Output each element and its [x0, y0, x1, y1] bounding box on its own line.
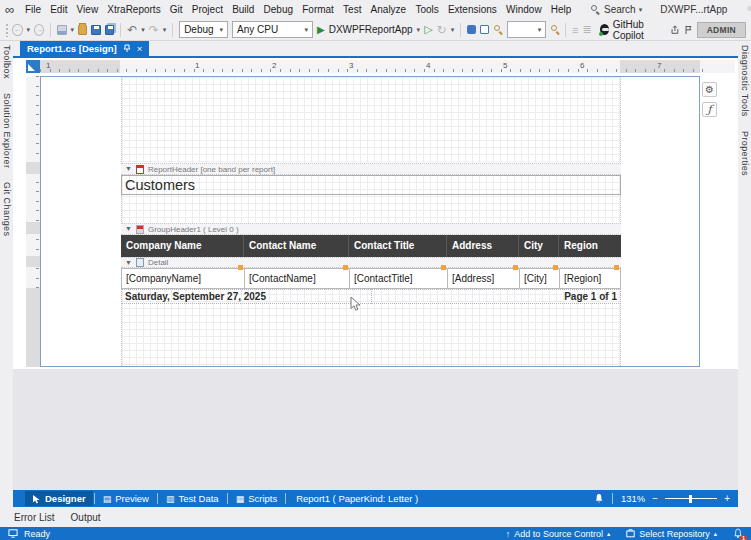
zoom-out-button[interactable]: − — [652, 494, 658, 504]
collapse-arrow-icon[interactable]: ▼ — [125, 225, 132, 233]
tab-error-list[interactable]: Error List — [8, 510, 61, 525]
save-all-icon[interactable] — [105, 25, 114, 35]
collapse-arrow-icon[interactable]: ▼ — [125, 165, 132, 173]
menu-edit[interactable]: Edit — [46, 4, 72, 15]
start-without-debugging-icon[interactable]: ▷ — [424, 23, 432, 36]
find-combo[interactable]: ▾ — [507, 21, 547, 38]
close-tab-icon[interactable]: × — [137, 43, 143, 54]
chevron-down-icon[interactable]: ▾ — [451, 26, 455, 34]
field-cell-contacttitle[interactable]: [ContactTitle] — [350, 269, 448, 288]
column-header-region[interactable]: Region — [559, 235, 621, 257]
smart-tag-icon[interactable] — [513, 265, 518, 270]
pin-icon[interactable] — [123, 44, 131, 53]
solution-configuration-select[interactable]: Debug ▾ — [179, 21, 228, 38]
chevron-down-icon[interactable]: ▾ — [141, 26, 145, 34]
share-icon[interactable] — [670, 24, 680, 36]
smart-tag-icon[interactable] — [614, 265, 619, 270]
menu-view[interactable]: View — [72, 4, 103, 15]
sidebar-item-diagnostic-tools[interactable]: Diagnostic Tools — [740, 45, 750, 117]
expressions-button[interactable]: ƒ — [702, 102, 717, 117]
report-page[interactable]: ▼ ReportHeader [one band per report] Cus… — [40, 76, 700, 367]
solution-platform-select[interactable]: Any CPU ▾ — [232, 21, 313, 38]
column-header-contact-name[interactable]: Contact Name — [244, 235, 349, 257]
zoom-in-button[interactable]: + — [724, 494, 730, 504]
chevron-down-icon[interactable]: ▾ — [163, 26, 167, 34]
tab-output[interactable]: Output — [65, 510, 107, 525]
redo-icon[interactable]: ↷ — [149, 24, 159, 36]
footer-page-info-label[interactable]: Page 1 of 1 — [371, 289, 621, 304]
menu-git[interactable]: Git — [165, 4, 187, 15]
chevron-down-icon[interactable]: ▾ — [71, 26, 75, 34]
smart-tag-icon[interactable] — [441, 265, 446, 270]
tab-test-data[interactable]: ▥ Test Data — [159, 491, 226, 506]
sidebar-item-solution-explorer[interactable]: Solution Explorer — [2, 93, 12, 168]
find-in-files-icon[interactable] — [493, 24, 502, 35]
open-folder-icon[interactable] — [78, 25, 87, 35]
footer-date-label[interactable]: Saturday, September 27, 2025 — [121, 289, 371, 304]
browser-link-icon[interactable] — [480, 25, 489, 34]
menu-test[interactable]: Test — [338, 4, 366, 15]
report-title-label[interactable]: Customers — [121, 175, 621, 195]
field-cell-address[interactable]: [Address] — [448, 269, 520, 288]
field-cell-region[interactable]: [Region] — [560, 269, 620, 288]
menu-analyze[interactable]: Analyze — [366, 4, 411, 15]
select-repository-button[interactable]: Select Repository ▴ — [626, 529, 717, 539]
field-cell-companyname[interactable]: [CompanyName] — [122, 269, 245, 288]
add-to-source-control-button[interactable]: ↑ Add to Source Control ▴ — [506, 529, 610, 539]
smart-tag-icon[interactable] — [238, 265, 243, 270]
align-tops-icon[interactable]: ≣ — [583, 23, 592, 36]
menu-window[interactable]: Window — [501, 4, 546, 15]
save-icon[interactable] — [91, 25, 100, 35]
zoom-slider[interactable] — [665, 498, 717, 499]
group-header-band-bar[interactable]: ▼ GroupHeader1 ( Level 0 ) — [121, 223, 621, 235]
sidebar-item-properties[interactable]: Properties — [740, 131, 750, 176]
tab-report1-design[interactable]: Report1.cs [Design] × — [20, 41, 149, 56]
notifications-button[interactable] — [594, 493, 604, 504]
report-header-band-bar[interactable]: ▼ ReportHeader [one band per report] — [121, 163, 621, 175]
field-cell-contactname[interactable]: [ContactName] — [245, 269, 350, 288]
new-project-icon[interactable] — [57, 25, 66, 35]
hot-reload-icon[interactable]: ↻ — [437, 24, 447, 36]
admin-button[interactable]: ADMIN — [697, 22, 746, 38]
align-lefts-icon[interactable]: ≡ — [572, 24, 578, 36]
undo-icon[interactable]: ↶ — [127, 24, 137, 36]
smart-tag-icon[interactable] — [343, 265, 348, 270]
column-header-city[interactable]: City — [519, 235, 559, 257]
tab-scripts[interactable]: ▦ Scripts — [229, 491, 285, 506]
horizontal-ruler[interactable]: 1 1 2 3 4 5 6 7 — [40, 60, 735, 73]
zoom-slider-thumb[interactable] — [689, 495, 692, 503]
sidebar-item-toolbox[interactable]: Toolbox — [2, 45, 12, 79]
column-header-address[interactable]: Address — [447, 235, 519, 257]
tab-preview[interactable]: ▤ Preview — [96, 491, 156, 506]
menu-build[interactable]: Build — [228, 4, 259, 15]
menu-project[interactable]: Project — [187, 4, 227, 15]
navigate-back-icon[interactable]: ← — [12, 24, 22, 36]
field-cell-city[interactable]: [City] — [520, 269, 560, 288]
start-debugging-button[interactable]: ▶ DXWPFReportApp ▾ — [317, 24, 420, 35]
flag-icon[interactable] — [684, 24, 693, 36]
feedback-icon[interactable] — [467, 25, 476, 34]
sidebar-item-git-changes[interactable]: Git Changes — [2, 182, 12, 236]
github-copilot-button[interactable]: GitHub Copilot — [600, 19, 666, 41]
find-next-icon[interactable] — [550, 24, 559, 35]
search-box[interactable]: Search ▾ — [590, 4, 642, 15]
column-header-contact-title[interactable]: Contact Title — [349, 235, 447, 257]
menu-tools[interactable]: Tools — [411, 4, 444, 15]
menu-extensions[interactable]: Extensions — [443, 4, 501, 15]
smart-tag-icon[interactable] — [553, 265, 558, 270]
status-notifications-button[interactable]: 1 — [733, 528, 743, 539]
select-report-button[interactable] — [26, 60, 40, 73]
menu-help[interactable]: Help — [546, 4, 576, 15]
menu-xtrareports[interactable]: XtraReports — [103, 4, 166, 15]
report-tasks-button[interactable]: ⚙ — [702, 82, 717, 97]
column-header-company-name[interactable]: Company Name — [121, 235, 244, 257]
navigate-forward-icon[interactable]: → — [34, 24, 44, 36]
detail-band-bar[interactable]: ▼ Detail — [121, 257, 621, 268]
toolbar-grip[interactable] — [5, 23, 8, 37]
tab-designer[interactable]: Designer — [25, 491, 93, 506]
remote-indicator-icon[interactable] — [8, 529, 18, 538]
menu-debug[interactable]: Debug — [259, 4, 298, 15]
collapse-arrow-icon[interactable]: ▼ — [125, 259, 132, 267]
vertical-ruler[interactable] — [26, 76, 40, 367]
menu-file[interactable]: File — [20, 4, 45, 15]
